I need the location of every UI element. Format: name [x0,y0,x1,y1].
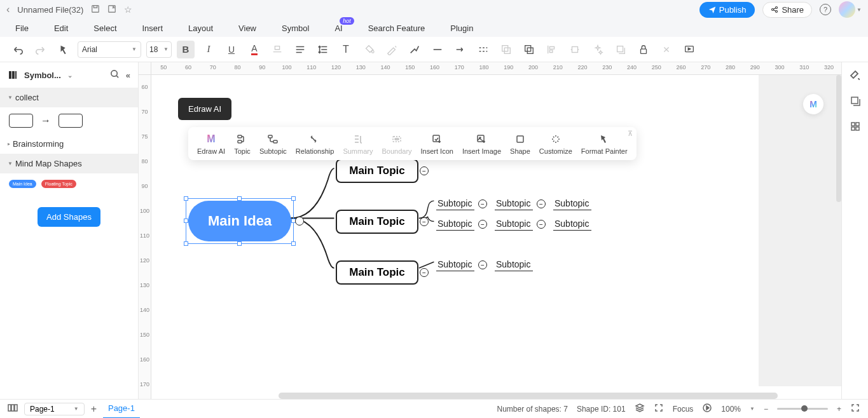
format-painter-icon[interactable] [55,41,72,58]
ft-summary[interactable]: Summary [339,131,376,156]
filename[interactable]: Unnamed File(32) [17,5,83,15]
shape-main-idea[interactable]: Main Idea [9,180,36,188]
collapse-icon[interactable]: − [478,220,487,229]
section-mind-map-shapes[interactable]: ▼ Mind Map Shapes [0,154,138,173]
play-icon[interactable] [702,403,712,415]
avatar-menu[interactable]: ▼ [839,1,862,18]
horizontal-scrollbar[interactable] [279,393,778,399]
collapse-icon[interactable]: − [537,220,546,229]
subtopic[interactable]: Subtopic [496,219,530,229]
menu-symbol[interactable]: Symbol [282,24,309,33]
underline-button[interactable]: U [223,41,240,58]
ft-format-painter[interactable]: Format Painter [577,131,631,156]
ft-insert-icon[interactable]: Insert Icon [417,131,457,156]
star-icon[interactable]: ☆ [124,4,132,15]
focus-icon[interactable] [654,403,664,415]
export-icon[interactable] [107,4,116,15]
ai-badge[interactable]: M [803,94,823,114]
theme-icon[interactable] [850,70,861,84]
pin-icon[interactable]: ⊼ [628,130,633,138]
redo-button[interactable] [32,41,50,58]
fill-button[interactable] [360,41,378,58]
border-color-button[interactable] [383,41,401,58]
collapse-panel-icon[interactable]: « [126,71,130,80]
help-icon[interactable]: ? [820,4,831,15]
fullscreen-icon[interactable] [850,403,860,415]
highlight-button[interactable] [268,41,286,58]
search-icon[interactable] [110,69,120,81]
subtopic[interactable]: Subtopic [496,198,530,208]
layer-front-button[interactable] [520,41,538,58]
collapse-icon[interactable]: − [478,260,487,269]
menu-view[interactable]: View [238,24,256,33]
zoom-slider[interactable] [777,408,828,410]
shape-rect[interactable] [9,114,33,128]
dash-style-button[interactable] [474,41,492,58]
undo-button[interactable] [9,41,27,58]
menu-ai[interactable]: AI hot [334,24,342,33]
shape-rect-2[interactable] [59,114,83,128]
share-button[interactable]: Share [762,2,812,18]
section-collect[interactable]: ▼ collect [0,88,138,107]
focus-label[interactable]: Focus [673,405,694,414]
menu-plugin[interactable]: Plugin [450,24,473,33]
ft-edraw-ai[interactable]: M Edraw AI [193,131,229,156]
expand-node-icon[interactable] [295,217,304,226]
ft-shape[interactable]: Shape [506,131,534,156]
collapse-icon[interactable]: − [420,217,429,226]
arrow-style-button[interactable] [451,41,469,58]
ft-relationship[interactable]: Relationship [292,131,338,156]
bold-button[interactable]: B [177,41,195,58]
page-dropdown[interactable]: Page-1 ▼ [24,403,85,415]
font-size-select[interactable]: 18▼ [146,41,172,58]
chevron-down-icon[interactable]: ▼ [750,406,755,412]
resize-handle[interactable] [184,219,188,223]
layers-icon[interactable] [850,95,861,109]
expand-icon[interactable]: ⌄ [67,72,72,79]
resize-handle[interactable] [237,241,242,246]
align-left-button[interactable] [543,41,561,58]
section-brainstorming[interactable]: ▸ Brainstorming [0,134,138,154]
menu-insert[interactable]: Insert [142,24,163,33]
zoom-level[interactable]: 100% [721,405,741,414]
menu-file[interactable]: File [15,24,29,33]
menu-search-feature[interactable]: Search Feature [368,24,425,33]
collapse-icon[interactable]: − [420,166,429,175]
lock-button[interactable] [635,41,652,58]
node-main-idea[interactable]: Main Idea [188,201,291,241]
shape-floating-topic[interactable]: Floating Topic [41,180,76,188]
grid-icon[interactable] [850,121,861,135]
subtopic[interactable]: Subtopic [555,219,589,229]
present-button[interactable] [680,41,698,58]
layers-icon[interactable] [635,403,645,415]
effects-button[interactable] [589,41,607,58]
collapse-icon[interactable]: − [537,199,546,208]
pages-icon[interactable] [8,403,18,415]
shadow-button[interactable] [612,41,630,58]
publish-button[interactable]: Publish [699,2,755,18]
collapse-icon[interactable]: − [478,199,487,208]
page-tab-1[interactable]: Page-1 [103,400,140,419]
ft-boundary[interactable]: Boundary [378,131,415,156]
text-button[interactable]: T [337,41,355,58]
canvas[interactable]: Main Idea Main Topic − Main Topic − Main… [151,75,841,399]
slider-thumb[interactable] [801,405,808,412]
subtopic[interactable]: Subtopic [437,219,472,229]
resize-handle[interactable] [184,241,188,246]
menu-edit[interactable]: Edit [54,24,68,33]
align-button[interactable] [291,41,309,58]
save-icon[interactable] [91,4,100,15]
font-select[interactable]: Arial▼ [78,41,141,58]
tools-button[interactable] [658,41,675,58]
ft-customize[interactable]: Customize [535,131,576,156]
line-style-button[interactable] [429,41,446,58]
ft-topic[interactable]: Topic [230,131,254,156]
layer-back-button[interactable] [497,41,515,58]
node-main-topic-3[interactable]: Main Topic [336,260,418,285]
resize-handle[interactable] [237,196,242,201]
add-shapes-button[interactable]: Add Shapes [38,207,100,227]
subtopic[interactable]: Subtopic [437,198,472,208]
menu-layout[interactable]: Layout [188,24,213,33]
subtopic[interactable]: Subtopic [496,259,530,269]
node-main-topic-1[interactable]: Main Topic [336,159,418,183]
